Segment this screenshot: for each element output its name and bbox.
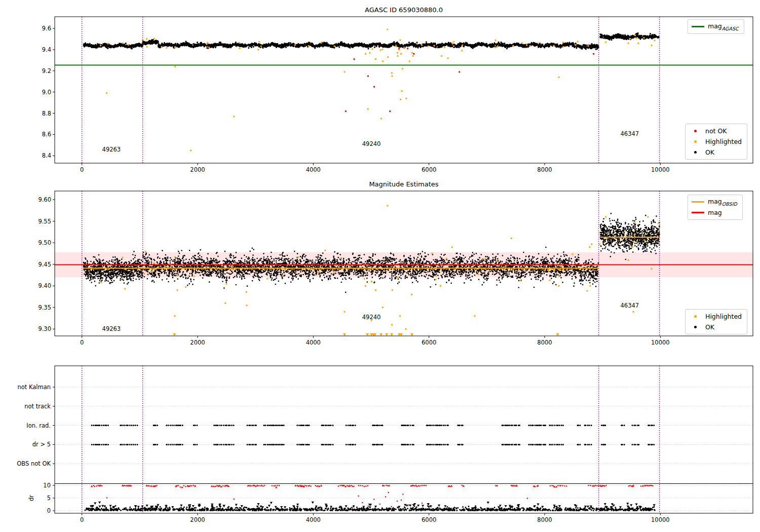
dr-outlier-red-points	[107, 492, 527, 507]
triangle-marker	[422, 505, 424, 507]
svg-text:2000: 2000	[190, 166, 205, 173]
panel-title-top: AGASC ID 659030880.0	[55, 6, 753, 14]
triangle-marker	[558, 505, 561, 507]
svg-text:9.6: 9.6	[42, 25, 51, 32]
svg-text:6000: 6000	[422, 166, 436, 173]
svg-text:4000: 4000	[306, 166, 321, 173]
triangle-marker	[444, 505, 446, 507]
svg-text:8.4: 8.4	[42, 152, 51, 159]
legend-label: mag	[705, 209, 722, 216]
triangle-marker	[325, 506, 328, 508]
triangle-marker	[219, 506, 221, 508]
legend-label: OK	[703, 323, 714, 331]
triangle-marker	[537, 504, 539, 506]
triangle-marker	[345, 505, 347, 507]
svg-text:Ion. rad.: Ion. rad.	[26, 422, 51, 429]
triangle-marker	[98, 502, 101, 504]
triangle-marker	[343, 333, 346, 336]
svg-text:10000: 10000	[651, 339, 670, 346]
legend-item: magOBSID	[690, 197, 737, 207]
triangle-marker	[312, 502, 314, 504]
svg-text:6000: 6000	[422, 339, 436, 346]
legend-line-swatch	[690, 201, 705, 203]
triangle-marker	[211, 485, 213, 487]
triangle-marker	[438, 505, 440, 507]
triangle-marker	[275, 486, 277, 488]
triangle-marker	[400, 333, 403, 336]
legend-line-swatch	[690, 212, 705, 213]
triangle-marker	[430, 506, 432, 508]
svg-text:OBS not OK: OBS not OK	[17, 460, 51, 467]
legend-item: Highlighted	[688, 311, 742, 322]
svg-text:0: 0	[80, 516, 84, 523]
x-axis-ticks: 0200040006000800010000	[80, 336, 670, 346]
legend-dot-swatch	[688, 326, 703, 328]
svg-text:9.30: 9.30	[38, 325, 51, 332]
svg-text:0: 0	[80, 339, 84, 346]
svg-text:8000: 8000	[537, 339, 552, 346]
svg-text:9.2: 9.2	[42, 67, 51, 74]
not-ok-points	[346, 49, 593, 111]
x-axis-ticks: 0200040006000800010000	[80, 163, 670, 173]
panel-bottom: 0200040006000800010000not Kalmannot trac…	[17, 366, 753, 523]
svg-text:9.4: 9.4	[42, 46, 51, 53]
legend-item: mag	[690, 207, 737, 218]
svg-text:0: 0	[80, 166, 84, 173]
legend-dot-swatch	[688, 315, 703, 318]
triangle-marker	[235, 504, 238, 506]
triangle-marker	[192, 505, 195, 507]
triangle-marker	[260, 484, 262, 486]
triangle-marker	[296, 506, 298, 508]
svg-text:4000: 4000	[306, 516, 321, 523]
panel-middle: 02000400060008000100009.609.559.509.459.…	[38, 191, 753, 346]
ok-points	[84, 33, 659, 49]
svg-text:10000: 10000	[651, 166, 670, 173]
triangle-marker	[555, 486, 557, 488]
triangle-marker	[145, 484, 147, 486]
triangle-marker	[410, 333, 413, 336]
legend-label: magOBSID	[705, 198, 737, 207]
legend-item: OK	[688, 147, 742, 158]
svg-text:8000: 8000	[537, 166, 552, 173]
triangle-marker	[270, 502, 273, 504]
svg-text:not Kalman: not Kalman	[17, 384, 51, 391]
triangle-marker	[241, 505, 243, 507]
panel-title-middle: Magnitude Estimates	[55, 180, 753, 188]
legend-dot-swatch	[688, 140, 703, 143]
svg-text:5: 5	[47, 495, 51, 502]
triangle-marker	[487, 502, 489, 504]
triangle-marker	[366, 333, 369, 336]
triangle-marker	[619, 506, 622, 508]
triangle-marker	[369, 506, 371, 508]
triangle-marker	[630, 504, 632, 506]
legend-label: magAGASC	[705, 22, 739, 31]
triangle-marker	[642, 485, 644, 487]
svg-text:8.8: 8.8	[42, 110, 51, 117]
dr-clipped-red-dots	[94, 485, 653, 487]
svg-text:dr > 5: dr > 5	[32, 441, 51, 448]
legend-label: not OK	[703, 127, 727, 135]
triangle-marker	[150, 485, 152, 487]
legend-label: Highlighted	[703, 313, 742, 320]
svg-text:8.6: 8.6	[42, 131, 51, 138]
obsid-annotation: 46347	[621, 302, 639, 309]
triangle-marker	[604, 503, 606, 505]
svg-text:9.50: 9.50	[38, 239, 51, 246]
triangle-marker	[173, 333, 176, 336]
triangle-marker	[406, 505, 408, 507]
triangle-marker	[463, 485, 465, 487]
obsid-annotation: 49263	[102, 325, 121, 332]
legend-panel0-1: not OKHighlightedOK	[685, 124, 747, 160]
axes-frame	[55, 366, 753, 513]
obsid-annotation: 49240	[362, 140, 381, 147]
y-axis-ticks: 9.69.49.29.08.88.68.4	[42, 25, 55, 159]
legend-item: OK	[688, 322, 742, 332]
svg-text:2000: 2000	[190, 339, 205, 346]
triangle-marker	[146, 505, 148, 507]
svg-text:0: 0	[47, 507, 51, 514]
triangle-marker	[101, 505, 104, 507]
plot-canvas: 02000400060008000100009.69.49.29.08.88.6…	[0, 0, 760, 532]
svg-text:4000: 4000	[306, 339, 321, 346]
triangle-marker	[268, 505, 271, 507]
legend-line-swatch	[690, 26, 705, 27]
